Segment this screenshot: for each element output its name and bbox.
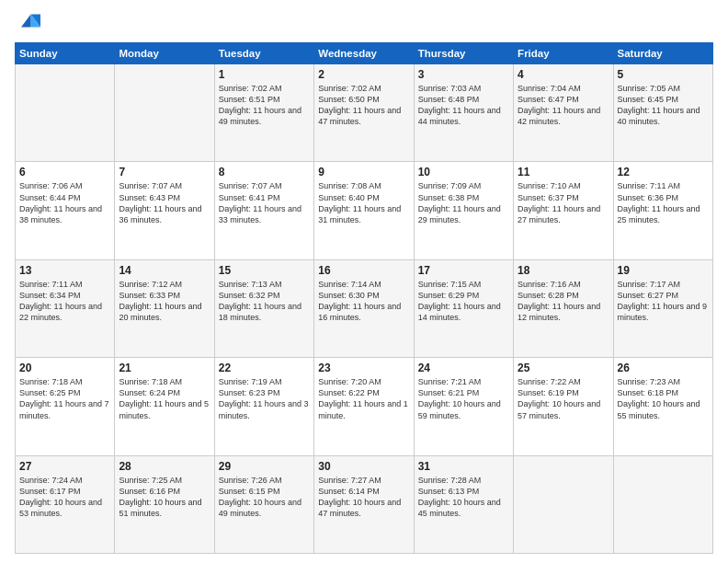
day-number: 14 — [119, 264, 210, 277]
day-number: 31 — [418, 460, 509, 473]
day-number: 21 — [119, 362, 210, 374]
cell-text: Sunrise: 7:15 AM Sunset: 6:29 PM Dayligh… — [418, 279, 509, 324]
calendar-page: SundayMondayTuesdayWednesdayThursdayFrid… — [0, 0, 728, 563]
calendar-cell: 25Sunrise: 7:22 AM Sunset: 6:19 PM Dayli… — [514, 358, 613, 455]
day-number: 10 — [418, 166, 509, 178]
weekday-header-monday: Monday — [115, 43, 214, 64]
calendar-cell: 10Sunrise: 7:09 AM Sunset: 6:38 PM Dayli… — [414, 162, 513, 259]
cell-text: Sunrise: 7:12 AM Sunset: 6:33 PM Dayligh… — [119, 279, 210, 324]
calendar-cell: 17Sunrise: 7:15 AM Sunset: 6:29 PM Dayli… — [414, 259, 513, 357]
day-number: 3 — [418, 68, 509, 81]
calendar-cell — [115, 64, 214, 162]
weekday-header-tuesday: Tuesday — [214, 43, 313, 64]
day-number: 24 — [418, 362, 509, 374]
day-number: 18 — [518, 264, 609, 277]
day-number: 4 — [518, 68, 609, 81]
cell-text: Sunrise: 7:19 AM Sunset: 6:23 PM Dayligh… — [219, 376, 310, 421]
calendar-cell: 26Sunrise: 7:23 AM Sunset: 6:18 PM Dayli… — [613, 358, 712, 455]
calendar-cell — [613, 455, 712, 553]
weekday-header-wednesday: Wednesday — [314, 43, 414, 64]
cell-text: Sunrise: 7:02 AM Sunset: 6:51 PM Dayligh… — [219, 83, 310, 128]
day-number: 7 — [119, 166, 210, 178]
cell-text: Sunrise: 7:21 AM Sunset: 6:21 PM Dayligh… — [418, 376, 509, 421]
day-number: 15 — [219, 264, 310, 277]
calendar-cell: 28Sunrise: 7:25 AM Sunset: 6:16 PM Dayli… — [115, 455, 214, 553]
cell-text: Sunrise: 7:02 AM Sunset: 6:50 PM Dayligh… — [318, 83, 409, 128]
calendar-cell: 22Sunrise: 7:19 AM Sunset: 6:23 PM Dayli… — [214, 358, 313, 455]
weekday-header-sunday: Sunday — [16, 43, 115, 64]
day-number: 11 — [518, 166, 609, 178]
day-number: 8 — [219, 166, 310, 178]
calendar-week-2: 6Sunrise: 7:06 AM Sunset: 6:44 PM Daylig… — [16, 162, 713, 259]
calendar-cell: 29Sunrise: 7:26 AM Sunset: 6:15 PM Dayli… — [214, 455, 313, 553]
day-number: 20 — [19, 362, 110, 374]
weekday-header-saturday: Saturday — [613, 43, 712, 64]
calendar-cell: 15Sunrise: 7:13 AM Sunset: 6:32 PM Dayli… — [214, 259, 313, 357]
cell-text: Sunrise: 7:07 AM Sunset: 6:41 PM Dayligh… — [219, 180, 310, 225]
cell-text: Sunrise: 7:07 AM Sunset: 6:43 PM Dayligh… — [119, 180, 210, 225]
calendar-cell: 14Sunrise: 7:12 AM Sunset: 6:33 PM Dayli… — [115, 259, 214, 357]
header — [15, 11, 713, 37]
cell-text: Sunrise: 7:17 AM Sunset: 6:27 PM Dayligh… — [618, 279, 709, 324]
calendar-cell: 20Sunrise: 7:18 AM Sunset: 6:25 PM Dayli… — [16, 358, 115, 455]
cell-text: Sunrise: 7:27 AM Sunset: 6:14 PM Dayligh… — [318, 475, 409, 520]
cell-text: Sunrise: 7:18 AM Sunset: 6:25 PM Dayligh… — [19, 376, 110, 421]
cell-text: Sunrise: 7:24 AM Sunset: 6:17 PM Dayligh… — [19, 475, 110, 520]
day-number: 22 — [219, 362, 310, 374]
cell-text: Sunrise: 7:09 AM Sunset: 6:38 PM Dayligh… — [418, 180, 509, 225]
day-number: 25 — [518, 362, 609, 374]
cell-text: Sunrise: 7:20 AM Sunset: 6:22 PM Dayligh… — [318, 376, 409, 421]
day-number: 30 — [318, 460, 409, 473]
cell-text: Sunrise: 7:08 AM Sunset: 6:40 PM Dayligh… — [318, 180, 409, 225]
calendar-week-5: 27Sunrise: 7:24 AM Sunset: 6:17 PM Dayli… — [16, 455, 713, 553]
day-number: 27 — [19, 460, 110, 473]
cell-text: Sunrise: 7:05 AM Sunset: 6:45 PM Dayligh… — [618, 83, 709, 128]
day-number: 1 — [219, 68, 310, 81]
calendar-cell: 7Sunrise: 7:07 AM Sunset: 6:43 PM Daylig… — [115, 162, 214, 259]
day-number: 26 — [618, 362, 709, 374]
cell-text: Sunrise: 7:13 AM Sunset: 6:32 PM Dayligh… — [219, 279, 310, 324]
calendar-table: SundayMondayTuesdayWednesdayThursdayFrid… — [15, 42, 713, 554]
cell-text: Sunrise: 7:28 AM Sunset: 6:13 PM Dayligh… — [418, 475, 509, 520]
calendar-cell: 21Sunrise: 7:18 AM Sunset: 6:24 PM Dayli… — [115, 358, 214, 455]
cell-text: Sunrise: 7:11 AM Sunset: 6:34 PM Dayligh… — [19, 279, 110, 324]
day-number: 16 — [318, 264, 409, 277]
cell-text: Sunrise: 7:04 AM Sunset: 6:47 PM Dayligh… — [518, 83, 609, 128]
day-number: 17 — [418, 264, 509, 277]
calendar-cell: 24Sunrise: 7:21 AM Sunset: 6:21 PM Dayli… — [414, 358, 513, 455]
calendar-cell: 9Sunrise: 7:08 AM Sunset: 6:40 PM Daylig… — [314, 162, 414, 259]
day-number: 2 — [318, 68, 409, 81]
cell-text: Sunrise: 7:26 AM Sunset: 6:15 PM Dayligh… — [219, 475, 310, 520]
calendar-cell: 31Sunrise: 7:28 AM Sunset: 6:13 PM Dayli… — [414, 455, 513, 553]
day-number: 12 — [618, 166, 709, 178]
calendar-cell: 18Sunrise: 7:16 AM Sunset: 6:28 PM Dayli… — [514, 259, 613, 357]
cell-text: Sunrise: 7:06 AM Sunset: 6:44 PM Dayligh… — [19, 180, 110, 225]
weekday-header-thursday: Thursday — [414, 43, 513, 64]
calendar-week-3: 13Sunrise: 7:11 AM Sunset: 6:34 PM Dayli… — [16, 259, 713, 357]
cell-text: Sunrise: 7:25 AM Sunset: 6:16 PM Dayligh… — [119, 475, 210, 520]
calendar-cell: 23Sunrise: 7:20 AM Sunset: 6:22 PM Dayli… — [314, 358, 414, 455]
day-number: 29 — [219, 460, 310, 473]
cell-text: Sunrise: 7:11 AM Sunset: 6:36 PM Dayligh… — [618, 180, 709, 225]
cell-text: Sunrise: 7:14 AM Sunset: 6:30 PM Dayligh… — [318, 279, 409, 324]
calendar-cell: 8Sunrise: 7:07 AM Sunset: 6:41 PM Daylig… — [214, 162, 313, 259]
calendar-cell — [16, 64, 115, 162]
calendar-cell: 19Sunrise: 7:17 AM Sunset: 6:27 PM Dayli… — [613, 259, 712, 357]
cell-text: Sunrise: 7:03 AM Sunset: 6:48 PM Dayligh… — [418, 83, 509, 128]
day-number: 19 — [618, 264, 709, 277]
day-number: 23 — [318, 362, 409, 374]
calendar-cell: 3Sunrise: 7:03 AM Sunset: 6:48 PM Daylig… — [414, 64, 513, 162]
day-number: 13 — [19, 264, 110, 277]
cell-text: Sunrise: 7:16 AM Sunset: 6:28 PM Dayligh… — [518, 279, 609, 324]
calendar-cell: 2Sunrise: 7:02 AM Sunset: 6:50 PM Daylig… — [314, 64, 414, 162]
weekday-header-row: SundayMondayTuesdayWednesdayThursdayFrid… — [16, 43, 713, 64]
calendar-cell: 11Sunrise: 7:10 AM Sunset: 6:37 PM Dayli… — [514, 162, 613, 259]
calendar-cell: 16Sunrise: 7:14 AM Sunset: 6:30 PM Dayli… — [314, 259, 414, 357]
cell-text: Sunrise: 7:23 AM Sunset: 6:18 PM Dayligh… — [618, 376, 709, 421]
day-number: 9 — [318, 166, 409, 178]
day-number: 28 — [119, 460, 210, 473]
day-number: 6 — [19, 166, 110, 178]
logo — [15, 11, 44, 37]
calendar-cell: 5Sunrise: 7:05 AM Sunset: 6:45 PM Daylig… — [613, 64, 712, 162]
calendar-cell — [514, 455, 613, 553]
